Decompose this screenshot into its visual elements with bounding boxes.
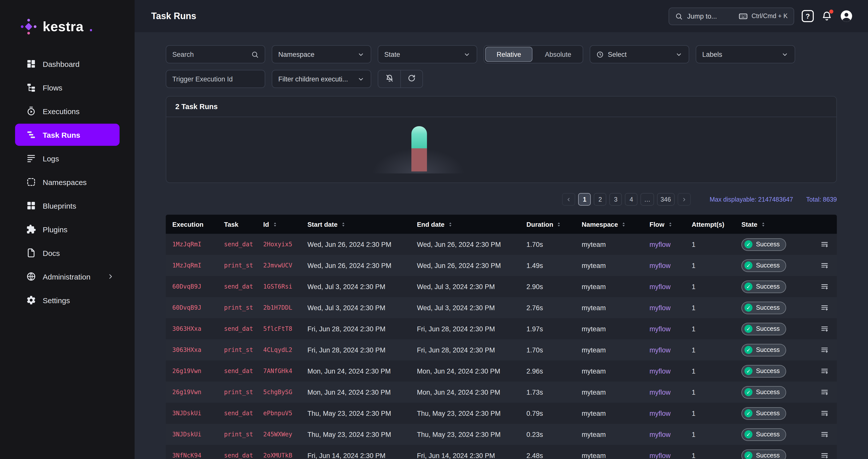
search-input[interactable] — [172, 51, 247, 58]
column-duration[interactable]: Duration — [520, 221, 575, 228]
cell-execution-link[interactable]: 26g19Vwn — [166, 368, 217, 375]
sort-icon[interactable] — [272, 221, 278, 228]
row-detail-icon[interactable] — [820, 346, 829, 354]
cell-execution-link[interactable]: 3063HXxa — [166, 325, 217, 332]
cell-execution-link[interactable]: 60DvqB9J — [166, 304, 217, 311]
cell-state: ✓ Success — [735, 365, 805, 377]
sort-icon[interactable] — [667, 221, 673, 228]
cell-end-date: Wed, Jul 3, 2024 2:30 PM — [410, 283, 520, 290]
row-detail-icon[interactable] — [820, 388, 829, 396]
notifications-button[interactable] — [821, 10, 832, 22]
row-detail-icon[interactable] — [820, 324, 829, 333]
table-row: 3063HXxa send_dat 5flcFtT8 Fri, Jun 28, … — [166, 318, 837, 339]
cell-execution-link[interactable]: 3063HXxa — [166, 346, 217, 353]
refresh-button[interactable] — [400, 70, 423, 87]
sort-icon[interactable] — [447, 221, 454, 228]
trigger-execution-id-input[interactable] — [172, 75, 259, 83]
cell-flow-link[interactable]: myflow — [643, 452, 685, 459]
column-end-date[interactable]: End date — [410, 221, 520, 228]
row-detail-icon[interactable] — [820, 430, 829, 439]
help-button[interactable]: ? — [802, 10, 814, 22]
column-state[interactable]: State — [735, 221, 805, 228]
cell-duration: 1.70s — [520, 346, 575, 354]
state-filter[interactable]: State — [378, 45, 477, 63]
cell-execution-link[interactable]: 3NJDskUi — [166, 410, 217, 417]
sidebar-item-administration[interactable]: Administration — [15, 265, 120, 288]
namespace-filter[interactable]: Namespace — [272, 45, 371, 63]
sidebar-item-namespaces[interactable]: Namespaces — [15, 171, 120, 193]
cell-attempts: 1 — [685, 389, 735, 396]
main-area: Task Runs Jump to... Ctrl/Cmd + K ? — [135, 0, 868, 459]
sidebar-item-plugins[interactable]: Plugins — [15, 218, 120, 240]
cell-flow-link[interactable]: myflow — [643, 240, 685, 248]
absolute-toggle[interactable]: Absolute — [534, 47, 582, 62]
state-badge: ✓ Success — [741, 428, 786, 441]
row-detail-icon[interactable] — [820, 367, 829, 375]
cell-flow-link[interactable]: myflow — [643, 262, 685, 269]
sort-icon[interactable] — [760, 221, 767, 228]
row-detail-icon[interactable] — [820, 261, 829, 270]
cell-flow-link[interactable]: myflow — [643, 431, 685, 438]
page-button-2[interactable]: 2 — [594, 193, 607, 206]
cell-start-date: Fri, Jun 28, 2024 2:30 PM — [301, 325, 410, 333]
topbar: Task Runs Jump to... Ctrl/Cmd + K ? — [135, 0, 868, 32]
cell-execution-link[interactable]: 1MzJqRmI — [166, 241, 217, 248]
sort-icon[interactable] — [556, 221, 562, 228]
row-detail-icon[interactable] — [820, 304, 829, 312]
cell-flow-link[interactable]: myflow — [643, 367, 685, 375]
cell-duration: 0.23s — [520, 431, 575, 438]
page-button-4[interactable]: 4 — [625, 193, 638, 206]
cell-end-date: Fri, Jun 14, 2024 2:30 PM — [410, 452, 520, 459]
check-circle-icon: ✓ — [744, 240, 752, 248]
cell-execution-link[interactable]: 60DvqB9J — [166, 283, 217, 290]
sidebar-item-settings[interactable]: Settings — [15, 289, 120, 311]
jump-to-search[interactable]: Jump to... Ctrl/Cmd + K — [669, 7, 794, 25]
column-namespace[interactable]: Namespace — [575, 221, 643, 228]
column-start-date[interactable]: Start date — [301, 221, 410, 228]
page-button-346[interactable]: 346 — [657, 193, 675, 206]
time-range-select[interactable]: Select — [590, 45, 689, 63]
sort-icon[interactable] — [340, 221, 347, 228]
sidebar-item-docs[interactable]: Docs — [15, 242, 120, 264]
chart-bar-failed-segment — [411, 148, 427, 171]
sidebar-item-task-runs[interactable]: Task Runs — [15, 124, 120, 146]
sidebar-item-logs[interactable]: Logs — [15, 147, 120, 169]
cell-duration: 1.49s — [520, 262, 575, 269]
next-page-button[interactable] — [677, 193, 690, 206]
cell-flow-link[interactable]: myflow — [643, 325, 685, 333]
state-badge: ✓ Success — [741, 386, 786, 398]
toggle-chart-button[interactable] — [378, 70, 400, 87]
table-row: 60DvqB9J print_st 2b1H7DDL Wed, Jul 3, 2… — [166, 297, 837, 318]
sidebar-item-dashboard[interactable]: Dashboard — [15, 53, 120, 75]
kestra-logo[interactable]: kestra. — [0, 0, 135, 35]
cell-execution-link[interactable]: 1MzJqRmI — [166, 262, 217, 269]
sidebar-item-flows[interactable]: Flows — [15, 77, 120, 98]
cell-flow-link[interactable]: myflow — [643, 409, 685, 417]
labels-filter[interactable]: Labels — [696, 45, 795, 63]
sidebar-item-executions[interactable]: Executions — [15, 100, 120, 122]
page-button-3[interactable]: 3 — [610, 193, 622, 206]
chart-bar[interactable] — [411, 126, 427, 171]
sort-icon[interactable] — [621, 221, 627, 228]
row-detail-icon[interactable] — [820, 240, 829, 249]
relative-toggle[interactable]: Relative — [485, 47, 532, 62]
sidebar-item-blueprints[interactable]: Blueprints — [15, 195, 120, 217]
cell-execution-link[interactable]: 3NJDskUi — [166, 431, 217, 438]
row-detail-icon[interactable] — [820, 451, 829, 459]
column-flow[interactable]: Flow — [643, 221, 685, 228]
cell-flow-link[interactable]: myflow — [643, 283, 685, 290]
page-button-1[interactable]: 1 — [579, 193, 591, 206]
cell-execution-link[interactable]: 26g19Vwn — [166, 389, 217, 396]
cell-end-date: Wed, Jun 26, 2024 2:30 PM — [410, 240, 520, 248]
filter-children-select[interactable]: Filter children executi... — [272, 70, 371, 88]
row-detail-icon[interactable] — [820, 409, 829, 418]
cell-execution-link[interactable]: 3NfNcK94 — [166, 452, 217, 459]
user-menu-button[interactable] — [840, 9, 853, 23]
cell-flow-link[interactable]: myflow — [643, 304, 685, 311]
cell-flow-link[interactable]: myflow — [643, 346, 685, 354]
column-id[interactable]: Id — [257, 221, 301, 228]
prev-page-button[interactable] — [562, 193, 576, 206]
cell-flow-link[interactable]: myflow — [643, 389, 685, 396]
page-ellipsis-button[interactable]: … — [641, 193, 654, 206]
row-detail-icon[interactable] — [820, 282, 829, 291]
